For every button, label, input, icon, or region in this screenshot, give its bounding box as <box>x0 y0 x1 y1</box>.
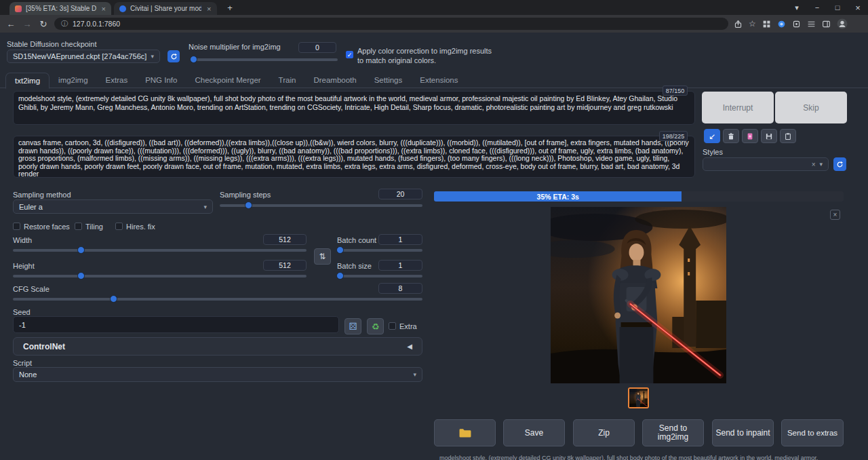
extra-networks-button[interactable] <box>742 129 758 143</box>
tab-txt2img[interactable]: txt2img <box>5 73 50 89</box>
width-value[interactable]: 512 <box>263 234 307 245</box>
sampling-method-dropdown[interactable]: Euler a ▾ <box>13 199 213 214</box>
chevron-down-icon: ▾ <box>413 371 416 378</box>
apps-grid-icon[interactable] <box>762 20 771 28</box>
batch-size-value[interactable]: 1 <box>378 260 422 271</box>
browser-tab-civitai[interactable]: Civitai | Share your models × <box>114 2 217 15</box>
swap-width-height-button[interactable]: ⇅ <box>314 248 331 265</box>
new-tab-button[interactable]: + <box>224 2 235 13</box>
tab-close-icon[interactable]: × <box>207 5 211 13</box>
collapse-arrow-icon: ◀ <box>407 343 412 350</box>
batch-count-label: Batch count <box>337 236 376 244</box>
styles-dropdown[interactable]: × ▾ <box>703 157 829 171</box>
controlnet-label: ControlNet <box>23 342 65 351</box>
address-bar[interactable]: ⓘ 127.0.0.1:7860 <box>54 18 728 30</box>
extension-blue-dot-icon[interactable] <box>777 20 786 28</box>
send-to-inpaint-button[interactable]: Send to inpaint <box>712 419 774 446</box>
window-maximize-button[interactable]: □ <box>827 0 848 15</box>
hires-fix-checkbox[interactable] <box>115 223 123 230</box>
skip-button[interactable]: Skip <box>775 92 847 123</box>
color-correction-checkbox[interactable] <box>346 51 353 58</box>
paste-icon: ↙ <box>709 132 715 141</box>
sampling-steps-slider[interactable] <box>220 204 422 207</box>
noise-multiplier-slider[interactable] <box>191 58 338 61</box>
batch-count-value[interactable]: 1 <box>378 234 422 245</box>
browser-toolbar-icons: ☆ <box>734 18 848 29</box>
save-style-button[interactable] <box>761 129 777 143</box>
cfg-scale-value[interactable]: 8 <box>378 283 422 294</box>
noise-multiplier-value[interactable]: 0 <box>298 42 336 53</box>
batch-count-slider[interactable] <box>337 249 422 252</box>
site-info-icon[interactable]: ⓘ <box>61 19 68 28</box>
sampling-steps-value[interactable]: 20 <box>378 189 422 199</box>
clear-prompt-button[interactable] <box>723 129 739 143</box>
progress-fill: 35% ETA: 3s <box>434 191 682 202</box>
tab-train[interactable]: Train <box>270 73 305 89</box>
avatar[interactable] <box>837 18 848 29</box>
slider-handle[interactable] <box>110 295 117 303</box>
refresh-checkpoints-button[interactable] <box>167 50 180 62</box>
tiling-checkbox[interactable] <box>75 223 82 230</box>
generated-image-preview[interactable] <box>551 207 726 383</box>
forward-icon[interactable]: → <box>19 19 35 29</box>
screen: [35% ETA: 3s] Stable Diffusion × Civitai… <box>0 0 868 460</box>
checkpoint-value: SD15NewVAEpruned.ckpt [27a4ac756c] <box>13 52 146 60</box>
interrupt-button[interactable]: Interrupt <box>702 92 774 123</box>
tab-img2img[interactable]: img2img <box>50 73 96 89</box>
zip-button[interactable]: Zip <box>573 419 635 446</box>
reload-icon[interactable]: ↻ <box>35 19 52 29</box>
cfg-scale-slider[interactable] <box>13 298 422 301</box>
random-seed-button[interactable]: ⚄ <box>344 318 361 334</box>
tab-checkpoint-merger[interactable]: Checkpoint Merger <box>186 73 269 89</box>
tab-close-icon[interactable]: × <box>102 5 106 13</box>
refresh-styles-button[interactable] <box>833 157 846 171</box>
window-minimize-button[interactable]: − <box>807 0 827 15</box>
negative-prompt-input[interactable]: canvas frame, cartoon, 3d, ((disfigured)… <box>13 136 695 178</box>
slider-handle[interactable] <box>245 202 252 209</box>
seed-input[interactable] <box>13 316 339 333</box>
restore-faces-checkbox[interactable] <box>13 223 20 230</box>
extensions-puzzle-icon[interactable] <box>792 20 801 28</box>
slider-handle[interactable] <box>77 246 85 254</box>
tab-extensions[interactable]: Extensions <box>411 73 467 89</box>
tab-png-info[interactable]: PNG Info <box>136 73 186 89</box>
share-icon[interactable] <box>734 20 743 28</box>
slider-handle[interactable] <box>77 272 85 280</box>
width-slider[interactable] <box>13 249 307 252</box>
slider-handle[interactable] <box>336 246 344 254</box>
checkpoint-label: Stable Diffusion checkpoint <box>7 40 97 48</box>
tab-settings[interactable]: Settings <box>366 73 412 89</box>
apply-style-button[interactable] <box>780 129 796 143</box>
batch-size-slider[interactable] <box>337 275 422 277</box>
save-button[interactable]: Save <box>503 419 565 446</box>
window-close-button[interactable]: × <box>848 0 868 15</box>
refresh-icon <box>170 53 178 60</box>
slider-handle[interactable] <box>336 272 344 280</box>
progress-text: 35% ETA: 3s <box>537 193 579 201</box>
tab-extras[interactable]: Extras <box>97 73 137 89</box>
send-to-img2img-button[interactable]: Send to img2img <box>642 419 704 446</box>
checkpoint-dropdown[interactable]: SD15NewVAEpruned.ckpt [27a4ac756c] ▾ <box>7 50 160 63</box>
side-panel-icon[interactable] <box>822 20 831 28</box>
controlnet-accordion[interactable]: ControlNet ◀ <box>13 337 422 356</box>
gallery-thumbnail-selected[interactable] <box>628 387 649 408</box>
prompt-input[interactable]: modelshoot style, (extremely detailed CG… <box>13 91 695 125</box>
height-slider[interactable] <box>13 275 307 277</box>
reuse-seed-button[interactable]: ♻ <box>367 318 384 334</box>
extra-seed-checkbox[interactable] <box>389 322 396 330</box>
sliders-icon[interactable] <box>807 20 816 28</box>
send-to-extras-button[interactable]: Send to extras <box>781 419 844 446</box>
paste-generation-params-button[interactable]: ↙ <box>704 129 720 143</box>
height-value[interactable]: 512 <box>263 260 307 271</box>
open-folder-button[interactable] <box>434 419 496 446</box>
slider-handle[interactable] <box>190 56 197 63</box>
tab-dreambooth[interactable]: Dreambooth <box>304 73 365 89</box>
seed-label: Seed <box>13 308 31 316</box>
clear-styles-icon[interactable]: × <box>812 161 816 168</box>
script-dropdown[interactable]: None ▾ <box>13 367 422 382</box>
bookmark-star-icon[interactable]: ☆ <box>749 19 756 28</box>
back-icon[interactable]: ← <box>3 19 19 29</box>
close-preview-button[interactable]: × <box>830 210 840 220</box>
browser-tab-stable-diffusion[interactable]: [35% ETA: 3s] Stable Diffusion × <box>9 2 111 15</box>
chevron-down-icon[interactable]: ▾ <box>787 0 807 15</box>
